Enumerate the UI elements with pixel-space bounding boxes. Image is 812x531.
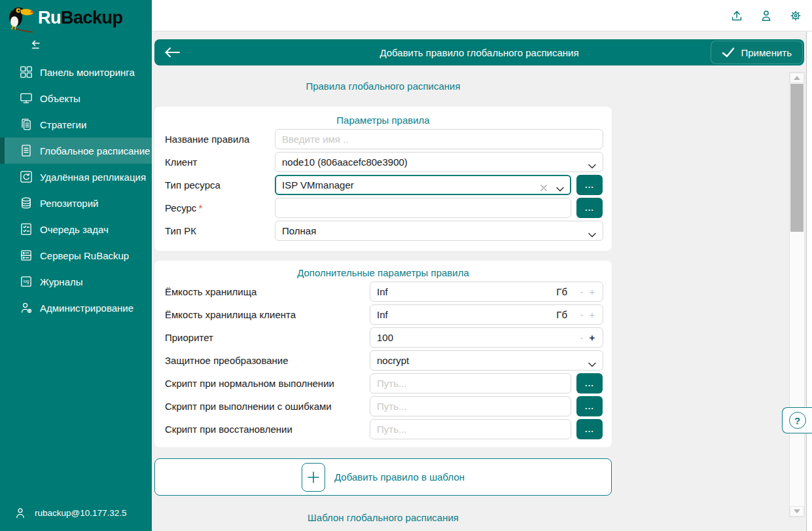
crypto-label: Защитное преобразование bbox=[165, 349, 289, 372]
script-restore-row: Скрипт при восстановлении ... bbox=[154, 418, 612, 441]
client-storage-capacity-label: Ёмкость хранилища клиента bbox=[165, 303, 296, 326]
rule-name-row: Название правила bbox=[154, 128, 612, 151]
repository-icon bbox=[20, 196, 33, 210]
sidebar-item-label: Глобальное расписание bbox=[40, 145, 150, 156]
chevron-down-icon bbox=[588, 358, 596, 363]
topbar-icons bbox=[730, 0, 803, 31]
monitor-icon bbox=[20, 92, 33, 105]
increment-button[interactable]: + bbox=[587, 332, 597, 343]
client-storage-capacity-spinbox[interactable]: Inf Гб - + bbox=[370, 304, 603, 325]
main-content: Добавить правило глобального расписания … bbox=[152, 31, 806, 531]
client-storage-capacity-row: Ёмкость хранилища клиента Inf Гб - + bbox=[154, 303, 612, 326]
resource-input[interactable] bbox=[275, 198, 571, 217]
rubackup-app: RuBackup Панель мониторинга Объекты Стра… bbox=[0, 0, 812, 531]
decrement-button[interactable]: - bbox=[576, 286, 587, 297]
help-button[interactable]: ? bbox=[782, 407, 812, 433]
script-success-browse-button[interactable]: ... bbox=[576, 373, 603, 394]
chevron-down-icon[interactable] bbox=[556, 183, 564, 188]
chevron-down-icon bbox=[588, 160, 596, 165]
triangle-down-icon bbox=[794, 509, 800, 513]
sidebar-item-strategies[interactable]: Стратегии bbox=[0, 111, 152, 137]
sidebar-item-label: Серверы RuBackup bbox=[40, 250, 129, 261]
sidebar-item-label: Очередь задач bbox=[40, 224, 109, 235]
script-restore-browse-button[interactable]: ... bbox=[576, 419, 603, 439]
sidebar-item-administration[interactable]: Администрирование bbox=[0, 295, 152, 321]
resource-type-browse-button[interactable]: ... bbox=[576, 175, 603, 195]
backup-type-label: Тип РК bbox=[165, 219, 196, 242]
script-success-input[interactable] bbox=[370, 374, 571, 393]
sidebar-item-objects[interactable]: Объекты bbox=[0, 85, 152, 111]
rule-name-label: Название правила bbox=[165, 128, 249, 151]
backup-type-value: Полная bbox=[282, 225, 588, 236]
script-error-row: Скрипт при выполнении с ошибками ... bbox=[154, 395, 612, 418]
rule-params-title: Параметры правила bbox=[154, 107, 612, 128]
scrollbar-thumb[interactable] bbox=[790, 84, 803, 232]
client-select[interactable]: node10 (806aacefc80e3900) bbox=[275, 152, 603, 172]
crypto-select[interactable]: nocrypt bbox=[370, 350, 603, 371]
settings-icon[interactable] bbox=[788, 9, 803, 23]
script-success-label: Скрипт при нормальном выполнении bbox=[165, 372, 334, 395]
action-bar: Добавить правило глобального расписания … bbox=[154, 39, 804, 65]
sidebar-collapse-icon[interactable] bbox=[29, 38, 43, 52]
section-title-rules: Правила глобального расписания bbox=[154, 81, 612, 92]
backup-type-select[interactable]: Полная bbox=[275, 221, 603, 241]
resource-type-value: ISP VMmanager bbox=[282, 179, 540, 191]
logged-in-user: rubackup@10.177.32.5 bbox=[35, 508, 127, 518]
svg-text:log: log bbox=[24, 279, 29, 284]
decrement-button[interactable]: - bbox=[576, 309, 587, 320]
section-title-template: Шаблон глобального расписания bbox=[154, 512, 612, 523]
script-error-input[interactable] bbox=[370, 397, 571, 416]
priority-spinbox[interactable]: 100 - + bbox=[370, 327, 603, 348]
apply-button[interactable]: Применить bbox=[711, 41, 803, 64]
increment-button[interactable]: + bbox=[587, 309, 597, 320]
upload-icon[interactable] bbox=[730, 9, 744, 23]
sidebar-footer[interactable]: rubackup@10.177.32.5 bbox=[0, 500, 152, 526]
add-rule-to-template-button[interactable]: Добавить правило в шаблон bbox=[154, 458, 612, 496]
sidebar-item-remote-replication[interactable]: Удалённая репликация bbox=[0, 164, 152, 190]
priority-label: Приоритет bbox=[165, 326, 213, 349]
schedule-icon bbox=[20, 144, 33, 157]
resource-input-wrap bbox=[275, 198, 571, 218]
storage-capacity-row: Ёмкость хранилища Inf Гб - + bbox=[154, 280, 612, 303]
client-label: Клиент bbox=[165, 151, 197, 174]
sidebar-item-dashboard[interactable]: Панель мониторинга bbox=[0, 59, 152, 85]
sidebar-item-logs[interactable]: log Журналы bbox=[0, 268, 152, 295]
scroll-up-button[interactable] bbox=[790, 73, 804, 83]
servers-icon bbox=[20, 249, 33, 262]
script-restore-input[interactable] bbox=[370, 420, 571, 439]
additional-params-card: Дополнительные параметры правила Ёмкость… bbox=[154, 261, 612, 447]
sidebar-nav: Панель мониторинга Объекты Стратегии Гло… bbox=[0, 59, 152, 321]
sidebar-item-label: Удалённая репликация bbox=[40, 172, 146, 183]
sidebar-item-task-queue[interactable]: Очередь задач bbox=[0, 216, 152, 242]
unit-label: Гб bbox=[556, 309, 567, 320]
additional-params-title: Дополнительные параметры правила bbox=[154, 261, 612, 280]
check-icon bbox=[722, 47, 735, 58]
resource-browse-button[interactable]: ... bbox=[576, 198, 603, 218]
resource-type-combo[interactable]: ISP VMmanager bbox=[275, 175, 571, 195]
sidebar-item-label: Репозиторий bbox=[40, 198, 98, 209]
plus-icon bbox=[302, 463, 325, 492]
administration-icon bbox=[20, 301, 33, 314]
user-icon[interactable] bbox=[759, 9, 773, 23]
increment-button[interactable]: + bbox=[587, 286, 597, 297]
scroll-down-button[interactable] bbox=[790, 506, 804, 517]
storage-capacity-spinbox[interactable]: Inf Гб - + bbox=[370, 282, 603, 302]
sidebar-item-servers[interactable]: Серверы RuBackup bbox=[0, 242, 152, 268]
topbar bbox=[152, 0, 812, 31]
vertical-scrollbar[interactable] bbox=[789, 72, 805, 517]
logo: RuBackup bbox=[4, 1, 123, 34]
clear-icon[interactable] bbox=[540, 182, 547, 189]
logo-text-backup: Backup bbox=[61, 8, 123, 27]
sidebar-item-repository[interactable]: Репозиторий bbox=[0, 190, 152, 216]
apply-button-label: Применить bbox=[741, 47, 792, 58]
script-error-browse-button[interactable]: ... bbox=[576, 396, 603, 416]
sidebar-item-global-schedule[interactable]: Глобальное расписание bbox=[0, 137, 152, 164]
resource-type-label: Тип ресурса bbox=[165, 174, 221, 196]
decrement-button[interactable]: - bbox=[576, 332, 587, 343]
rule-name-input[interactable] bbox=[275, 130, 603, 149]
triangle-up-icon bbox=[794, 76, 800, 80]
resource-label: Ресурс* bbox=[165, 196, 202, 219]
backup-type-row: Тип РК Полная bbox=[154, 219, 612, 242]
storage-capacity-value: Inf bbox=[377, 286, 556, 297]
sidebar-item-label: Стратегии bbox=[40, 119, 86, 130]
